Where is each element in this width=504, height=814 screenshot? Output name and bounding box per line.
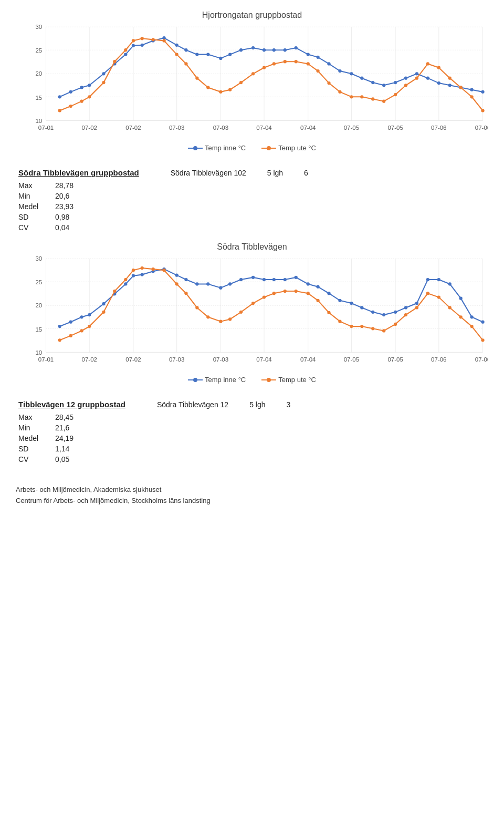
svg-point-96 (316, 69, 319, 73)
svg-text:07-06: 07-06 (431, 356, 446, 363)
svg-point-168 (272, 278, 276, 281)
svg-point-167 (262, 278, 266, 281)
svg-point-66 (426, 77, 429, 80)
svg-point-165 (239, 278, 243, 281)
chart2-legend: Temp inne °C Temp ute °C (16, 376, 488, 384)
svg-text:07-01: 07-01 (38, 356, 54, 363)
svg-point-205 (239, 311, 243, 314)
svg-point-219 (394, 323, 397, 326)
svg-point-221 (415, 306, 418, 309)
chart2-title: Södra Tibblevägen (16, 242, 488, 252)
svg-point-190 (80, 329, 83, 332)
svg-point-64 (404, 77, 407, 80)
stats1-cv-label: CV (18, 223, 55, 232)
svg-point-180 (404, 306, 407, 309)
chart1-title: Hjortrongatan gruppbostad (16, 11, 488, 20)
stats1-min-label: Min (18, 192, 55, 200)
stats1-grid: Max 28,78 Min 20,6 Medel 23,93 SD 0,98 C… (18, 181, 486, 232)
svg-text:07-06: 07-06 (475, 125, 488, 131)
svg-point-223 (437, 295, 440, 298)
svg-point-161 (195, 282, 198, 285)
svg-point-59 (350, 72, 353, 75)
svg-text:20: 20 (35, 70, 42, 77)
svg-point-183 (437, 278, 440, 281)
svg-point-213 (327, 311, 330, 314)
stats2-lgh: 5 lgh (249, 400, 265, 409)
svg-text:07-05: 07-05 (344, 125, 359, 131)
svg-point-52 (272, 48, 276, 51)
svg-point-207 (262, 295, 266, 298)
svg-point-101 (371, 97, 374, 100)
svg-text:15: 15 (35, 326, 42, 333)
svg-point-44 (184, 48, 187, 51)
svg-point-87 (219, 90, 222, 94)
stats1-meta: Södra Tibblevägen 102 5 lgh 6 (171, 169, 308, 177)
svg-point-77 (113, 60, 116, 63)
svg-point-220 (404, 313, 407, 316)
svg-point-186 (470, 315, 473, 318)
svg-point-57 (327, 62, 330, 65)
svg-point-65 (415, 72, 418, 75)
chart2-legend-blue-icon (188, 377, 203, 383)
svg-point-156 (141, 273, 144, 276)
svg-text:10: 10 (35, 118, 42, 124)
svg-point-108 (448, 77, 452, 80)
svg-point-225 (459, 315, 463, 318)
svg-point-95 (307, 62, 310, 65)
legend-inner: Temp inne °C (188, 144, 246, 152)
legend-outer-label: Temp ute °C (278, 144, 316, 152)
stats2-sd-label: SD (18, 445, 55, 453)
stats1-sd-value: 0,98 (55, 213, 97, 221)
svg-point-99 (350, 95, 353, 98)
stats2-min-label: Min (18, 424, 55, 432)
legend-outer: Temp ute °C (261, 144, 316, 152)
svg-point-218 (382, 329, 385, 332)
svg-text:07-05: 07-05 (387, 125, 403, 131)
svg-point-212 (316, 299, 319, 302)
svg-point-48 (228, 53, 232, 56)
svg-point-63 (394, 81, 397, 84)
svg-point-152 (102, 302, 105, 305)
svg-point-181 (415, 302, 418, 305)
svg-point-40 (141, 44, 144, 47)
svg-point-222 (426, 292, 429, 295)
svg-point-174 (338, 299, 341, 302)
svg-point-204 (228, 317, 232, 321)
svg-point-184 (448, 282, 452, 285)
svg-point-163 (219, 286, 222, 290)
svg-point-107 (437, 66, 440, 69)
svg-point-50 (251, 46, 255, 49)
svg-point-53 (284, 48, 287, 51)
svg-point-229 (193, 378, 197, 382)
stats1-header: Södra Tibblevägen gruppbostad Södra Tibb… (18, 168, 486, 177)
stats1-cv-value: 0,04 (55, 223, 97, 232)
svg-point-70 (470, 88, 473, 91)
svg-point-49 (239, 48, 243, 51)
svg-point-71 (481, 90, 484, 94)
svg-point-177 (371, 311, 374, 314)
stats2-max-label: Max (18, 413, 55, 421)
chart2-legend-inner: Temp inne °C (188, 376, 246, 384)
svg-point-196 (141, 266, 144, 270)
svg-point-55 (307, 53, 310, 56)
svg-point-72 (58, 109, 61, 112)
svg-point-159 (175, 274, 178, 277)
svg-point-68 (448, 84, 452, 87)
svg-point-88 (228, 88, 232, 91)
svg-point-175 (350, 302, 353, 305)
stats1-min-value: 20,6 (55, 192, 97, 200)
svg-point-80 (141, 37, 144, 40)
chart1-svg: 30 25 20 15 10 07-01 07-02 07-02 07- (16, 24, 488, 140)
svg-point-79 (132, 39, 135, 42)
svg-point-91 (262, 66, 266, 69)
legend-inner-label: Temp inne °C (205, 144, 246, 152)
svg-point-56 (316, 56, 319, 59)
svg-point-155 (132, 274, 135, 277)
stats2-medel-label: Medel (18, 434, 55, 442)
stats2-cv-value: 0,05 (55, 455, 97, 463)
svg-point-151 (88, 313, 91, 316)
svg-text:07-04: 07-04 (256, 125, 272, 131)
svg-point-189 (69, 334, 72, 337)
stats2-min-value: 21,6 (55, 424, 97, 432)
svg-point-110 (470, 95, 473, 98)
